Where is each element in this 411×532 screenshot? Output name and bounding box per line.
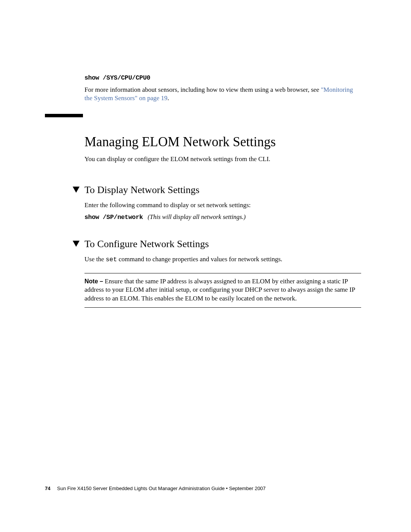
sub1-para: Enter the following command to display o… bbox=[84, 201, 361, 209]
sub2-para-code: set bbox=[106, 256, 117, 263]
top-para-post: . bbox=[167, 94, 169, 102]
top-para-pre: For more information about sensors, incl… bbox=[84, 86, 321, 93]
triangle-icon bbox=[73, 187, 80, 193]
triangle-icon bbox=[73, 241, 80, 247]
note-body: Ensure that the same IP address is alway… bbox=[84, 278, 355, 302]
sub1-command-note: (This will display all network settings.… bbox=[148, 213, 246, 220]
sub2-para: Use the set command to change properties… bbox=[84, 256, 361, 263]
note-label: Note – bbox=[84, 278, 105, 284]
sub1-command-line: show /SP/network (This will display all … bbox=[84, 213, 361, 221]
note-box: Note – Ensure that the same IP address i… bbox=[84, 273, 361, 308]
sub2-para-pre: Use the bbox=[84, 256, 106, 263]
sub2-para-post: command to change properties and values … bbox=[117, 256, 282, 263]
section-title: Managing ELOM Network Settings bbox=[84, 134, 361, 150]
section-intro: You can display or configure the ELOM ne… bbox=[84, 155, 361, 163]
subsection-heading: To Configure Network Settings bbox=[84, 238, 361, 250]
sub1-command: show /SP/network bbox=[84, 214, 143, 221]
page-footer: 74 Sun Fire X4150 Server Embedded Lights… bbox=[45, 486, 266, 491]
subsection-heading: To Display Network Settings bbox=[84, 184, 361, 196]
top-paragraph: For more information about sensors, incl… bbox=[84, 86, 361, 103]
subsection-display: To Display Network Settings Enter the fo… bbox=[84, 184, 361, 221]
page-body: show /SYS/CPU/CPU0 For more information … bbox=[0, 0, 411, 308]
section-rule bbox=[45, 114, 83, 117]
page-number: 74 bbox=[45, 486, 50, 491]
top-command: show /SYS/CPU/CPU0 bbox=[84, 74, 361, 81]
footer-doc-title: Sun Fire X4150 Server Embedded Lights Ou… bbox=[57, 486, 266, 491]
subsection-configure: To Configure Network Settings Use the se… bbox=[84, 238, 361, 308]
